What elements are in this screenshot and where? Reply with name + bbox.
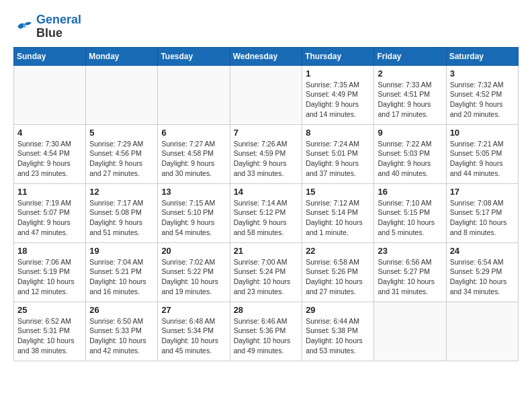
calendar-week-row: 4Sunrise: 7:30 AM Sunset: 4:54 PM Daylig… <box>14 124 519 183</box>
calendar-cell <box>158 65 230 124</box>
calendar-table: SundayMondayTuesdayWednesdayThursdayFrid… <box>13 47 519 361</box>
day-number: 9 <box>378 128 442 138</box>
calendar-week-row: 25Sunrise: 6:52 AM Sunset: 5:31 PM Dayli… <box>14 302 519 361</box>
calendar-cell: 6Sunrise: 7:27 AM Sunset: 4:58 PM Daylig… <box>158 124 230 183</box>
calendar-cell: 2Sunrise: 7:33 AM Sunset: 4:51 PM Daylig… <box>374 65 446 124</box>
calendar-cell: 18Sunrise: 7:06 AM Sunset: 5:19 PM Dayli… <box>14 242 86 302</box>
cell-info: Sunrise: 7:15 AM Sunset: 5:10 PM Dayligh… <box>161 198 226 238</box>
cell-info: Sunrise: 6:46 AM Sunset: 5:36 PM Dayligh… <box>234 316 299 356</box>
weekday-header: Wednesday <box>230 47 302 65</box>
calendar-cell: 9Sunrise: 7:22 AM Sunset: 5:03 PM Daylig… <box>374 124 446 183</box>
calendar-week-row: 11Sunrise: 7:19 AM Sunset: 5:07 PM Dayli… <box>14 183 519 242</box>
calendar-cell: 22Sunrise: 6:58 AM Sunset: 5:26 PM Dayli… <box>302 242 374 302</box>
calendar-cell: 19Sunrise: 7:04 AM Sunset: 5:21 PM Dayli… <box>86 242 158 302</box>
cell-info: Sunrise: 6:58 AM Sunset: 5:26 PM Dayligh… <box>306 257 370 297</box>
calendar-cell: 1Sunrise: 7:35 AM Sunset: 4:49 PM Daylig… <box>302 65 374 124</box>
calendar-cell <box>86 65 158 124</box>
calendar-cell: 17Sunrise: 7:08 AM Sunset: 5:17 PM Dayli… <box>446 183 518 242</box>
calendar-cell: 14Sunrise: 7:14 AM Sunset: 5:12 PM Dayli… <box>230 183 302 242</box>
cell-info: Sunrise: 7:24 AM Sunset: 5:01 PM Dayligh… <box>306 139 370 179</box>
cell-info: Sunrise: 6:54 AM Sunset: 5:29 PM Dayligh… <box>450 257 515 297</box>
day-number: 28 <box>234 305 299 315</box>
calendar-cell: 24Sunrise: 6:54 AM Sunset: 5:29 PM Dayli… <box>446 242 518 302</box>
day-number: 1 <box>306 68 370 79</box>
weekday-header: Monday <box>86 47 158 65</box>
day-number: 15 <box>306 187 370 197</box>
calendar-header: SundayMondayTuesdayWednesdayThursdayFrid… <box>14 47 519 65</box>
calendar-cell: 8Sunrise: 7:24 AM Sunset: 5:01 PM Daylig… <box>302 124 374 183</box>
calendar-cell: 21Sunrise: 7:00 AM Sunset: 5:24 PM Dayli… <box>230 242 302 302</box>
cell-info: Sunrise: 7:08 AM Sunset: 5:17 PM Dayligh… <box>450 198 515 238</box>
logo: General Blue <box>13 13 81 40</box>
cell-info: Sunrise: 7:02 AM Sunset: 5:22 PM Dayligh… <box>161 257 226 297</box>
cell-info: Sunrise: 7:32 AM Sunset: 4:52 PM Dayligh… <box>450 80 515 120</box>
day-number: 11 <box>17 187 82 197</box>
day-number: 29 <box>306 305 370 315</box>
day-number: 4 <box>17 128 82 138</box>
day-number: 12 <box>89 187 154 197</box>
day-number: 21 <box>234 246 299 256</box>
calendar-cell <box>14 65 86 124</box>
cell-info: Sunrise: 7:22 AM Sunset: 5:03 PM Dayligh… <box>378 139 442 179</box>
day-number: 22 <box>306 246 370 256</box>
day-number: 7 <box>234 128 299 138</box>
day-number: 19 <box>89 246 154 256</box>
cell-info: Sunrise: 7:00 AM Sunset: 5:24 PM Dayligh… <box>234 257 299 297</box>
day-number: 17 <box>450 187 515 197</box>
calendar-cell: 3Sunrise: 7:32 AM Sunset: 4:52 PM Daylig… <box>446 65 518 124</box>
calendar-cell <box>230 65 302 124</box>
logo-text: General Blue <box>36 13 81 40</box>
calendar-cell: 27Sunrise: 6:48 AM Sunset: 5:34 PM Dayli… <box>158 302 230 361</box>
calendar-cell: 7Sunrise: 7:26 AM Sunset: 4:59 PM Daylig… <box>230 124 302 183</box>
day-number: 3 <box>450 68 515 79</box>
cell-info: Sunrise: 7:21 AM Sunset: 5:05 PM Dayligh… <box>450 139 515 179</box>
calendar-cell: 20Sunrise: 7:02 AM Sunset: 5:22 PM Dayli… <box>158 242 230 302</box>
cell-info: Sunrise: 7:17 AM Sunset: 5:08 PM Dayligh… <box>89 198 154 238</box>
calendar-cell: 4Sunrise: 7:30 AM Sunset: 4:54 PM Daylig… <box>14 124 86 183</box>
day-number: 10 <box>450 128 515 138</box>
calendar-cell: 26Sunrise: 6:50 AM Sunset: 5:33 PM Dayli… <box>86 302 158 361</box>
calendar-cell: 13Sunrise: 7:15 AM Sunset: 5:10 PM Dayli… <box>158 183 230 242</box>
day-number: 25 <box>17 305 82 315</box>
day-number: 6 <box>161 128 226 138</box>
cell-info: Sunrise: 7:06 AM Sunset: 5:19 PM Dayligh… <box>17 257 82 297</box>
weekday-header: Friday <box>374 47 446 65</box>
cell-info: Sunrise: 6:48 AM Sunset: 5:34 PM Dayligh… <box>161 316 226 356</box>
day-number: 20 <box>161 246 226 256</box>
weekday-header: Tuesday <box>158 47 230 65</box>
calendar-week-row: 18Sunrise: 7:06 AM Sunset: 5:19 PM Dayli… <box>14 242 519 302</box>
page-header: General Blue <box>13 13 519 40</box>
weekday-header: Sunday <box>14 47 86 65</box>
cell-info: Sunrise: 6:52 AM Sunset: 5:31 PM Dayligh… <box>17 316 82 356</box>
calendar-cell: 11Sunrise: 7:19 AM Sunset: 5:07 PM Dayli… <box>14 183 86 242</box>
calendar-cell <box>374 302 446 361</box>
cell-info: Sunrise: 6:50 AM Sunset: 5:33 PM Dayligh… <box>89 316 154 356</box>
day-number: 13 <box>161 187 226 197</box>
day-number: 24 <box>450 246 515 256</box>
day-number: 8 <box>306 128 370 138</box>
calendar-cell: 28Sunrise: 6:46 AM Sunset: 5:36 PM Dayli… <box>230 302 302 361</box>
logo-icon <box>13 17 34 37</box>
day-number: 18 <box>17 246 82 256</box>
calendar-cell: 25Sunrise: 6:52 AM Sunset: 5:31 PM Dayli… <box>14 302 86 361</box>
calendar-cell: 12Sunrise: 7:17 AM Sunset: 5:08 PM Dayli… <box>86 183 158 242</box>
day-number: 14 <box>234 187 299 197</box>
cell-info: Sunrise: 7:04 AM Sunset: 5:21 PM Dayligh… <box>89 257 154 297</box>
cell-info: Sunrise: 6:44 AM Sunset: 5:38 PM Dayligh… <box>306 316 370 356</box>
calendar-cell: 23Sunrise: 6:56 AM Sunset: 5:27 PM Dayli… <box>374 242 446 302</box>
day-number: 27 <box>161 305 226 315</box>
cell-info: Sunrise: 7:35 AM Sunset: 4:49 PM Dayligh… <box>306 80 370 120</box>
calendar-cell: 5Sunrise: 7:29 AM Sunset: 4:56 PM Daylig… <box>86 124 158 183</box>
calendar-week-row: 1Sunrise: 7:35 AM Sunset: 4:49 PM Daylig… <box>14 65 519 124</box>
cell-info: Sunrise: 6:56 AM Sunset: 5:27 PM Dayligh… <box>378 257 442 297</box>
calendar-cell <box>446 302 518 361</box>
calendar-cell: 15Sunrise: 7:12 AM Sunset: 5:14 PM Dayli… <box>302 183 374 242</box>
cell-info: Sunrise: 7:10 AM Sunset: 5:15 PM Dayligh… <box>378 198 442 238</box>
day-number: 16 <box>378 187 442 197</box>
cell-info: Sunrise: 7:26 AM Sunset: 4:59 PM Dayligh… <box>234 139 299 179</box>
cell-info: Sunrise: 7:29 AM Sunset: 4:56 PM Dayligh… <box>89 139 154 179</box>
calendar-cell: 29Sunrise: 6:44 AM Sunset: 5:38 PM Dayli… <box>302 302 374 361</box>
weekday-header: Saturday <box>446 47 518 65</box>
cell-info: Sunrise: 7:27 AM Sunset: 4:58 PM Dayligh… <box>161 139 226 179</box>
cell-info: Sunrise: 7:12 AM Sunset: 5:14 PM Dayligh… <box>306 198 370 238</box>
